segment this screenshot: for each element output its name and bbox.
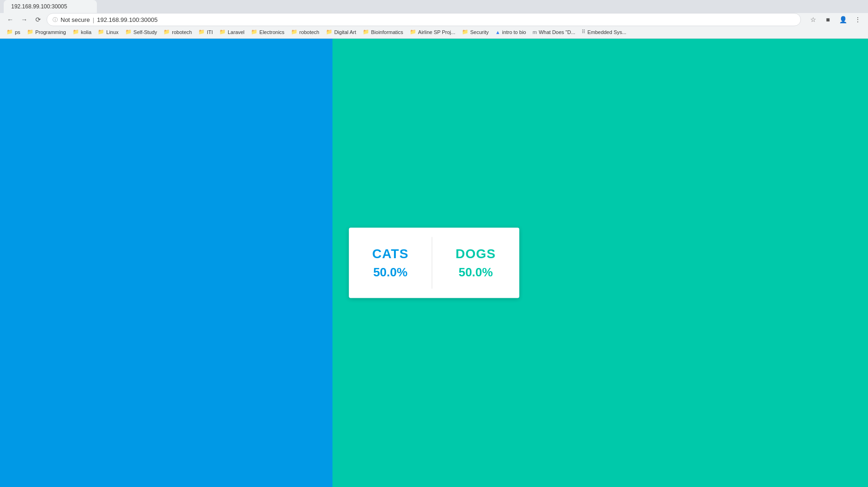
bookmark-ps[interactable]: 📁 ps (4, 28, 23, 36)
bookmark-airline[interactable]: 📁 Airline SP Proj... (407, 28, 458, 36)
address-separator: | (93, 16, 94, 23)
bookmark-label: kolia (81, 29, 92, 35)
link-icon: m (533, 29, 537, 35)
folder-icon: 📁 (73, 29, 79, 35)
bookmark-label: intro to bio (502, 29, 526, 35)
address-actions: ☆ ■ 👤 ⋮ (807, 13, 864, 26)
bookmarks-bar: 📁 ps 📁 Programming 📁 kolia 📁 Linux 📁 Sel… (0, 26, 868, 39)
bookmark-security[interactable]: 📁 Security (459, 28, 492, 36)
nav-buttons: ← → ⟳ (4, 13, 45, 26)
bookmark-robotech2[interactable]: 📁 robotech (288, 28, 322, 36)
bookmark-bioinformatics[interactable]: 📁 Bioinformatics (360, 28, 406, 36)
bookmark-kolia[interactable]: 📁 kolia (70, 28, 95, 36)
folder-icon: 📁 (291, 29, 298, 35)
folder-icon: 📁 (363, 29, 369, 35)
bookmark-label: Linux (106, 29, 118, 35)
bookmark-label: robotech (172, 29, 192, 35)
bookmark-label: ps (15, 29, 20, 35)
left-panel (0, 39, 332, 487)
bookmark-label: Embedded Sys... (587, 29, 626, 35)
content-wrapper: CATS 50.0% DOGS 50.0% (0, 39, 868, 487)
address-text: 192.168.99.100:30005 (97, 16, 157, 23)
bookmark-label: Security (470, 29, 489, 35)
profile-button[interactable]: 👤 (836, 13, 849, 26)
bookmark-whatdoes[interactable]: m What Does "D... (530, 28, 578, 36)
security-icon: ⓘ (53, 16, 58, 23)
dogs-percentage: 50.0% (459, 265, 493, 280)
folder-icon: 📁 (462, 29, 468, 35)
browser-chrome: 192.168.99.100:30005 ← → ⟳ ⓘ Not secure … (0, 0, 868, 26)
bookmark-embedded[interactable]: ⠿ Embedded Sys... (579, 28, 629, 36)
bookmark-label: Programming (35, 29, 66, 35)
dogs-label: DOGS (455, 247, 495, 261)
folder-icon: 📁 (125, 29, 132, 35)
bookmark-label: Airline SP Proj... (418, 29, 455, 35)
cats-section: CATS 50.0% (349, 228, 432, 298)
bookmark-label: Laravel (228, 29, 244, 35)
bookmark-introbio[interactable]: ▲ intro to bio (492, 28, 529, 36)
bookmark-programming[interactable]: 📁 Programming (24, 28, 69, 36)
bookmark-iti[interactable]: 📁 ITI (196, 28, 216, 36)
bookmark-label: What Does "D... (539, 29, 575, 35)
bookmark-electronics[interactable]: 📁 Electronics (248, 28, 287, 36)
extensions-button[interactable]: ■ (821, 13, 834, 26)
cats-label: CATS (372, 247, 408, 261)
back-button[interactable]: ← (4, 13, 17, 26)
tab-title: 192.168.99.100:30005 (11, 3, 67, 10)
bookmark-label: Digital Art (334, 29, 356, 35)
cats-percentage: 50.0% (373, 265, 407, 280)
reload-button[interactable]: ⟳ (32, 13, 45, 26)
forward-button[interactable]: → (18, 13, 31, 26)
folder-icon: 📁 (198, 29, 205, 35)
result-card: CATS 50.0% DOGS 50.0% (349, 228, 519, 298)
bookmark-label: ITI (207, 29, 213, 35)
bookmark-label: robotech (299, 29, 319, 35)
folder-icon: 📁 (251, 29, 258, 35)
apps-icon: ⠿ (582, 29, 585, 35)
bookmark-laravel[interactable]: 📁 Laravel (217, 28, 247, 36)
security-label: Not secure (61, 16, 90, 23)
folder-icon: 📁 (98, 29, 104, 35)
menu-button[interactable]: ⋮ (851, 13, 864, 26)
bookmark-digitalart[interactable]: 📁 Digital Art (323, 28, 359, 36)
folder-icon: 📁 (27, 29, 34, 35)
folder-icon: 📁 (7, 29, 13, 35)
active-tab[interactable]: 192.168.99.100:30005 (4, 0, 97, 13)
dogs-section: DOGS 50.0% (432, 228, 519, 298)
folder-icon: 📁 (410, 29, 416, 35)
star-button[interactable]: ☆ (807, 13, 820, 26)
folder-icon: 📁 (219, 29, 226, 35)
bookmark-label: Bioinformatics (371, 29, 403, 35)
folder-icon: 📁 (326, 29, 332, 35)
bookmark-linux[interactable]: 📁 Linux (95, 28, 121, 36)
nav-bar: ← → ⟳ ⓘ Not secure | 192.168.99.100:3000… (0, 13, 868, 26)
bookmark-selfstudy[interactable]: 📁 Self-Study (122, 28, 160, 36)
bookmark-label: Electronics (259, 29, 285, 35)
tab-bar: 192.168.99.100:30005 (0, 0, 868, 13)
bookmark-robotech1[interactable]: 📁 robotech (161, 28, 195, 36)
folder-icon: 📁 (163, 29, 170, 35)
folder-icon: ▲ (495, 29, 500, 35)
bookmark-label: Self-Study (134, 29, 157, 35)
address-bar[interactable]: ⓘ Not secure | 192.168.99.100:30005 (47, 13, 801, 26)
